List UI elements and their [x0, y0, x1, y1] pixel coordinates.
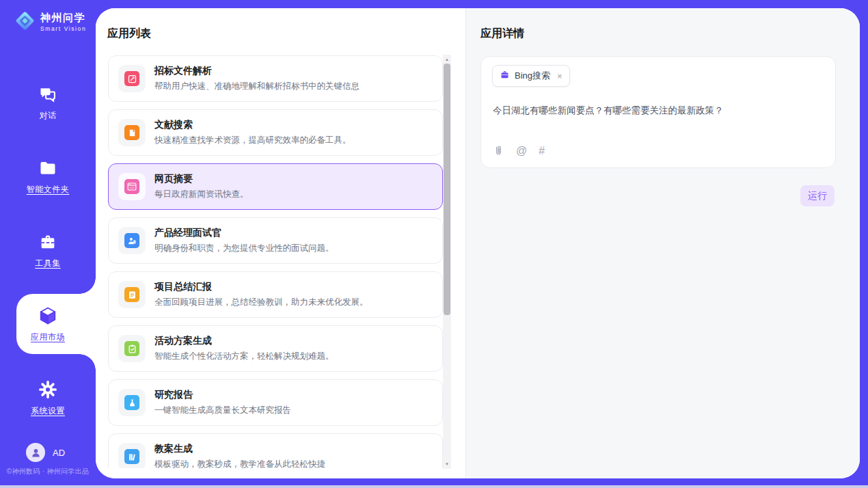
app-card-2[interactable]: 文献搜索快速精准查找学术资源，提高研究效率的必备工具。	[108, 109, 443, 156]
sidebar-item-label: 系统设置	[31, 405, 65, 417]
app-icon-tile: </>	[118, 173, 146, 200]
app-name: 教案生成	[154, 443, 325, 455]
app-icon-tile	[118, 227, 146, 254]
app-card-7[interactable]: 研究报告一键智能生成高质量长文本研究报告	[108, 379, 443, 426]
app-icon-tile	[118, 65, 146, 92]
gear-icon	[38, 379, 58, 400]
svg-text:</>: </>	[129, 186, 135, 189]
sidebar: 神州问学 Smart Vision 对话智能文件夹工具集应用市场系统设置 AD …	[0, 0, 96, 485]
sidebar-item-label: 应用市场	[31, 331, 65, 343]
mention-icon[interactable]: @	[516, 146, 527, 157]
app-description: 帮助用户快速、准确地理解和解析招标书中的关键信息	[154, 81, 360, 92]
app-icon-tile	[118, 389, 146, 416]
folder-icon	[38, 158, 58, 178]
app-card-text: 招标文件解析帮助用户快速、准确地理解和解析招标书中的关键信息	[154, 65, 360, 92]
app-card-text: 活动方案生成智能生成个性化活动方案，轻松解决规划难题。	[154, 335, 334, 362]
chat-icon	[38, 84, 58, 105]
app-description: 智能生成个性化活动方案，轻松解决规划难题。	[154, 351, 334, 362]
sidebar-nav: 对话智能文件夹工具集应用市场系统设置	[0, 66, 96, 435]
composer-toolbar: @#	[493, 145, 545, 157]
prompt-card: Bing搜索 × 今日湖北有哪些新闻要点？有哪些需要关注的最新政策？ @#	[480, 56, 836, 168]
hash-icon[interactable]: #	[539, 146, 545, 157]
app-card-text: 项目总结汇报全面回顾项目进展，总结经验教训，助力未来优化发展。	[154, 281, 368, 308]
sidebar-item-3[interactable]: 工具集	[0, 213, 96, 287]
app-icon-tile	[118, 281, 146, 308]
app-card-3[interactable]: </>网页摘要每日政府新闻资讯快查。	[108, 163, 443, 210]
sidebar-item-label: 对话	[40, 110, 57, 122]
cube-icon	[38, 306, 58, 326]
notepad-icon	[124, 287, 139, 302]
sidebar-item-label: 工具集	[35, 258, 61, 269]
app-card-1[interactable]: 招标文件解析帮助用户快速、准确地理解和解析招标书中的关键信息	[108, 55, 443, 102]
books-icon	[124, 449, 139, 464]
remove-tool-icon[interactable]: ×	[557, 71, 562, 81]
toolbox-icon	[38, 232, 58, 252]
sidebar-item-4[interactable]: 应用市场	[0, 287, 96, 361]
app-description: 一键智能生成高质量长文本研究报告	[154, 405, 291, 416]
app-card-6[interactable]: 活动方案生成智能生成个性化活动方案，轻松解决规划难题。	[108, 325, 443, 372]
app-card-text: 文献搜索快速精准查找学术资源，提高研究效率的必备工具。	[154, 119, 351, 146]
attachment-icon[interactable]	[493, 145, 504, 157]
app-card-5[interactable]: 项目总结汇报全面回顾项目进展，总结经验教训，助力未来优化发展。	[108, 271, 443, 318]
app-icon-tile	[118, 443, 146, 468]
app-name: 文献搜索	[154, 119, 351, 131]
sidebar-item-label: 智能文件夹	[27, 184, 70, 195]
scroll-down-arrow-icon[interactable]: ▼	[443, 460, 451, 468]
app-name: 研究报告	[154, 389, 291, 401]
user-chip[interactable]: AD	[26, 443, 65, 462]
app-list-panel: 应用列表 招标文件解析帮助用户快速、准确地理解和解析招标书中的关键信息文献搜索快…	[96, 8, 465, 478]
diamond-logo-icon	[14, 10, 36, 35]
logo: 神州问学 Smart Vision	[14, 10, 86, 35]
app-name: 活动方案生成	[154, 335, 334, 347]
logo-subtitle: Smart Vision	[40, 25, 86, 32]
interviewer-icon	[124, 233, 139, 248]
clipboard-check-icon	[124, 341, 139, 356]
app-detail-title: 应用详情	[480, 27, 524, 41]
app-card-list: 招标文件解析帮助用户快速、准确地理解和解析招标书中的关键信息文献搜索快速精准查找…	[108, 55, 443, 468]
app-description: 明确身份和职责，为您提供专业性的面试问题。	[154, 243, 334, 254]
app-list-title: 应用列表	[107, 27, 151, 41]
logo-title: 神州问学	[40, 12, 86, 24]
app-card-text: 网页摘要每日政府新闻资讯快查。	[154, 173, 249, 200]
tool-tag-label: Bing搜索	[515, 70, 550, 82]
app-description: 模板驱动，教案秒成，教学准备从此轻松快捷	[154, 459, 325, 468]
main-content: 应用列表 招标文件解析帮助用户快速、准确地理解和解析招标书中的关键信息文献搜索快…	[96, 8, 860, 478]
user-avatar-icon	[26, 443, 45, 462]
scroll-up-arrow-icon[interactable]: ▲	[443, 55, 451, 64]
tool-tag-bing-search[interactable]: Bing搜索 ×	[492, 65, 570, 87]
app-name: 项目总结汇报	[154, 281, 368, 293]
app-name: 网页摘要	[154, 173, 249, 185]
flask-icon	[124, 395, 139, 410]
app-detail-panel: 应用详情 Bing搜索 × 今日湖北有哪些新闻要点？有哪些需要关注的最新政策？ …	[465, 8, 860, 478]
edit-doc-icon	[124, 71, 139, 86]
bottom-strip	[0, 485, 868, 488]
app-icon-tile	[118, 335, 146, 362]
app-card-8[interactable]: 教案生成模板驱动，教案秒成，教学准备从此轻松快捷	[108, 433, 443, 468]
sidebar-footer: ©神州数码 · 神州问学出品	[0, 467, 96, 476]
app-description: 快速精准查找学术资源，提高研究效率的必备工具。	[154, 135, 351, 146]
app-card-4[interactable]: 产品经理面试官明确身份和职责，为您提供专业性的面试问题。	[108, 217, 443, 264]
scrollbar-thumb[interactable]	[444, 64, 450, 315]
briefcase-icon	[500, 70, 510, 82]
scrollbar[interactable]: ▲ ▼	[443, 55, 451, 469]
app-name: 招标文件解析	[154, 65, 360, 77]
app-card-text: 产品经理面试官明确身份和职责，为您提供专业性的面试问题。	[154, 227, 334, 254]
sidebar-item-5[interactable]: 系统设置	[0, 361, 96, 435]
run-button[interactable]: 运行	[800, 185, 835, 206]
sidebar-item-1[interactable]: 对话	[0, 66, 96, 139]
book-icon	[124, 125, 139, 140]
app-description: 全面回顾项目进展，总结经验教训，助力未来优化发展。	[154, 297, 368, 308]
logo-text: 神州问学 Smart Vision	[40, 12, 86, 32]
app-icon-tile	[118, 119, 146, 146]
sidebar-item-2[interactable]: 智能文件夹	[0, 139, 96, 213]
browser-code-icon: </>	[124, 179, 139, 194]
app-name: 产品经理面试官	[154, 227, 334, 239]
app-description: 每日政府新闻资讯快查。	[154, 189, 249, 200]
query-text[interactable]: 今日湖北有哪些新闻要点？有哪些需要关注的最新政策？	[493, 104, 822, 118]
app-card-text: 研究报告一键智能生成高质量长文本研究报告	[154, 389, 291, 416]
user-name: AD	[53, 448, 65, 458]
app-card-text: 教案生成模板驱动，教案秒成，教学准备从此轻松快捷	[154, 443, 325, 468]
